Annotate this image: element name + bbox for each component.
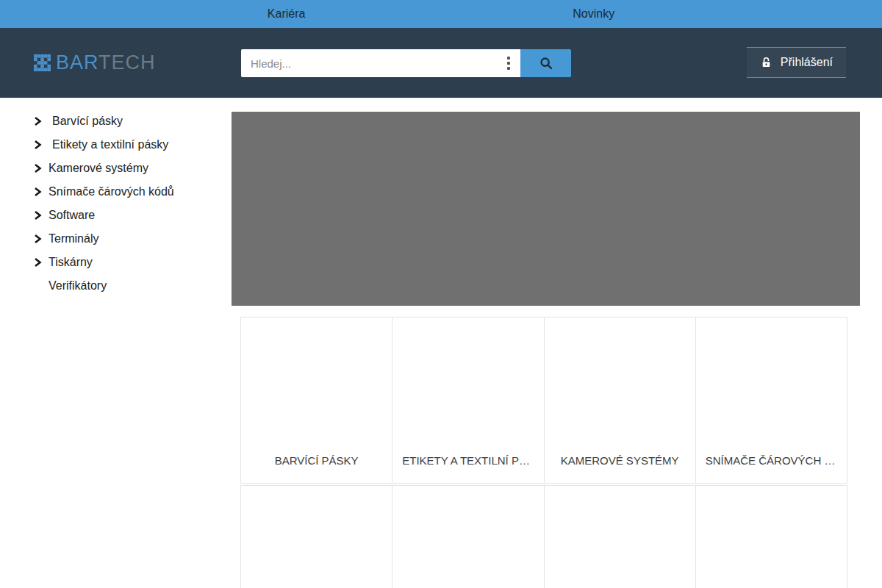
category-card[interactable]: [240, 485, 392, 588]
card-label: BARVÍCÍ PÁSKY: [251, 454, 382, 467]
sidebar-item-label: Tiskárny: [49, 256, 93, 269]
sidebar-item-etikety[interactable]: Etikety a textilní pásky: [0, 133, 232, 157]
chevron-right-icon: [32, 187, 43, 197]
sidebar-item-kamerove-systemy[interactable]: Kamerové systémy: [0, 157, 232, 180]
lock-open-icon: [760, 56, 772, 69]
sidebar-item-label: Snímače čárových kódů: [49, 185, 174, 198]
header: BARTECH Přihlášení: [0, 28, 882, 98]
qr-code-icon: [34, 54, 51, 71]
category-sidebar: Barvící pásky Etikety a textilní pásky K…: [0, 110, 232, 298]
chevron-right-icon: [32, 257, 43, 268]
card-row-2: [240, 485, 847, 588]
sidebar-item-software[interactable]: Software: [0, 204, 232, 227]
chevron-right-icon: [32, 210, 43, 220]
card-label: SNÍMAČE ČÁROVÝCH KÓDŮ: [706, 454, 837, 467]
sidebar-item-terminaly[interactable]: Terminály: [0, 227, 232, 251]
card-label: ETIKETY A TEXTILNÍ PÁSKY: [402, 454, 534, 467]
sidebar-item-label: Terminály: [49, 232, 98, 245]
category-card[interactable]: [392, 485, 544, 588]
hero-banner-image: [232, 112, 860, 306]
logo[interactable]: BARTECH: [34, 28, 156, 98]
search-button[interactable]: [520, 49, 571, 77]
card-row-1: BARVÍCÍ PÁSKY ETIKETY A TEXTILNÍ PÁSKY K…: [240, 317, 847, 484]
content: Barvící pásky Etikety a textilní pásky K…: [0, 98, 882, 588]
login-button-label: Přihlášení: [781, 56, 833, 69]
category-card-grid: BARVÍCÍ PÁSKY ETIKETY A TEXTILNÍ PÁSKY K…: [240, 317, 847, 588]
logo-text: BARTECH: [56, 53, 156, 73]
chevron-right-icon: [32, 116, 43, 126]
vertical-dots-icon[interactable]: [507, 57, 510, 70]
topbar: Kariéra Novinky: [0, 0, 882, 28]
topbar-link-novinky[interactable]: Novinky: [573, 7, 614, 21]
category-card[interactable]: [545, 485, 696, 588]
search-bar: [241, 49, 571, 77]
sidebar-item-label: Software: [49, 209, 95, 222]
logo-text-secondary: TECH: [98, 51, 156, 74]
category-card-barvici-pasky[interactable]: BARVÍCÍ PÁSKY: [240, 317, 392, 484]
sidebar-item-tiskarny[interactable]: Tiskárny: [0, 251, 232, 274]
card-label: KAMEROVÉ SYSTÉMY: [554, 454, 686, 467]
sidebar-item-snimace[interactable]: Snímače čárových kódů: [0, 180, 232, 204]
sidebar-item-label: Verifikátory: [49, 279, 107, 293]
category-card-snimace[interactable]: SNÍMAČE ČÁROVÝCH KÓDŮ: [696, 317, 847, 484]
category-card-etikety[interactable]: ETIKETY A TEXTILNÍ PÁSKY: [392, 317, 544, 484]
sidebar-item-verifikatory[interactable]: Verifikátory: [0, 274, 232, 298]
search-input-wrap: [241, 49, 520, 77]
sidebar-item-barvici-pasky[interactable]: Barvící pásky: [0, 110, 232, 133]
sidebar-item-label: Kamerové systémy: [49, 162, 148, 175]
login-button[interactable]: Přihlášení: [747, 47, 846, 78]
topbar-link-kariera[interactable]: Kariéra: [268, 7, 306, 21]
sidebar-item-label: Barvící pásky: [52, 115, 123, 128]
chevron-right-icon: [32, 234, 43, 244]
chevron-right-icon: [32, 140, 43, 150]
search-icon: [539, 56, 553, 71]
sidebar-item-label: Etikety a textilní pásky: [52, 138, 168, 151]
chevron-right-icon: [32, 163, 43, 173]
logo-text-primary: BAR: [56, 51, 98, 74]
category-card-kamerove-systemy[interactable]: KAMEROVÉ SYSTÉMY: [545, 317, 696, 484]
search-input[interactable]: [241, 49, 520, 77]
category-card[interactable]: [696, 485, 847, 588]
